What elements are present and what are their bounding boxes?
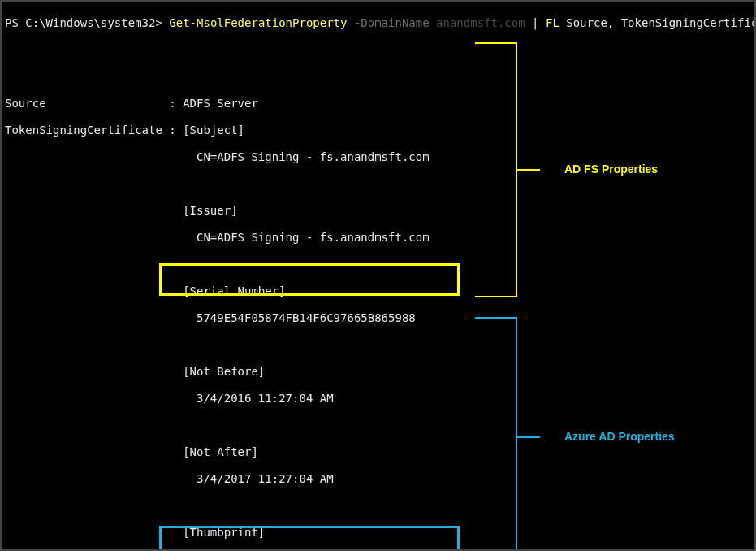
block1-source: Source : ADFS Server (5, 97, 754, 111)
ps-prompt: PS C:\Windows\system32> (5, 16, 162, 29)
bracket-adfs (475, 42, 524, 297)
param-value: anandmsft.com (436, 16, 525, 29)
label-adfs-properties: AD FS Properties (564, 163, 658, 176)
command-line[interactable]: PS C:\Windows\system32> Get-MsolFederati… (5, 16, 754, 30)
block1-naf-val: 3/4/2017 11:27:04 AM (5, 472, 754, 486)
block1-nbf-hdr: [Not Before] (5, 365, 754, 379)
block1-nbf-val: 3/4/2016 11:27:04 AM (5, 392, 754, 406)
highlight-azuread-thumbprint (159, 526, 460, 551)
highlight-adfs-thumbprint (159, 263, 460, 296)
block1-naf-hdr: [Not After] (5, 445, 754, 459)
pipe: | (532, 16, 538, 29)
block1-issuer-hdr: [Issuer] (5, 204, 754, 218)
fl-cmdlet: FL (546, 16, 559, 29)
param-name: -DomainName (354, 16, 430, 29)
label-azuread-properties: Azure AD Properties (564, 430, 675, 443)
fl-fields: Source, TokenSigningCertificate (566, 16, 756, 29)
bracket-azuread (475, 317, 524, 551)
block1-tsc-subject-hdr: TokenSigningCertificate : [Subject] (5, 124, 754, 137)
cmdlet: Get-MsolFederationProperty (169, 16, 347, 29)
block1-serial-val: 5749E54F05874FB14F6C97665B865988 (5, 311, 754, 325)
block1-issuer-val: CN=ADFS Signing - fs.anandmsft.com (5, 231, 754, 245)
